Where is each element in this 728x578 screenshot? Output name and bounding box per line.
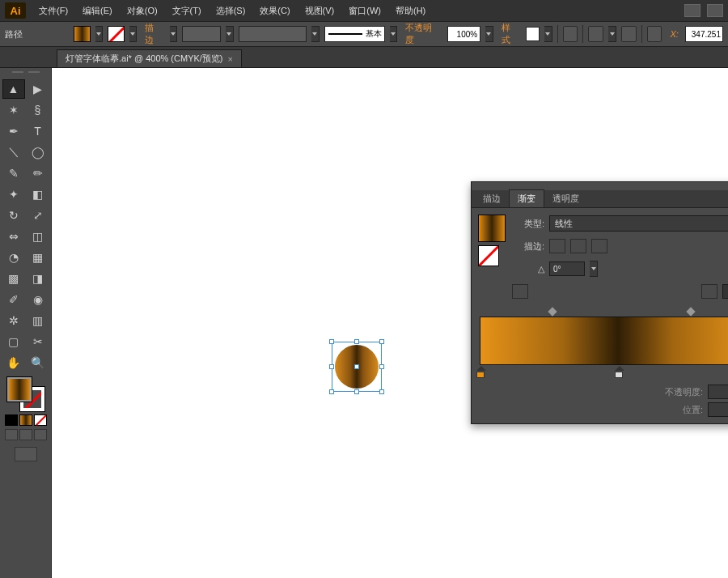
handle-top[interactable] — [354, 339, 359, 344]
none-mode-icon[interactable] — [34, 414, 47, 426]
stroke-weight-caret[interactable] — [170, 26, 177, 42]
var-width-profile[interactable] — [239, 26, 307, 42]
stroke-grad-across-icon[interactable] — [591, 239, 607, 253]
aspect-input[interactable] — [722, 284, 728, 299]
ref-point-icon[interactable] — [647, 26, 662, 42]
handle-bottom-left[interactable] — [329, 389, 334, 394]
menu-effect[interactable]: 效果(C) — [253, 2, 296, 19]
angle-dropdown[interactable] — [590, 261, 598, 277]
menu-select[interactable]: 选择(S) — [210, 2, 252, 19]
align-icon[interactable] — [588, 26, 603, 42]
gradient-type-select[interactable]: 线性 ▾ — [549, 215, 728, 232]
scale-tool[interactable]: ⤢ — [27, 206, 49, 225]
menu-object[interactable]: 对象(O) — [121, 2, 164, 19]
gradient-midpoint[interactable] — [548, 307, 557, 316]
stroke-grad-along-icon[interactable] — [570, 239, 586, 253]
menu-view[interactable]: 视图(V) — [298, 2, 341, 19]
center-point[interactable] — [354, 364, 359, 369]
graphic-style-swatch[interactable] — [526, 27, 540, 41]
draw-behind-icon[interactable] — [19, 429, 32, 440]
pen-tool[interactable]: ✒ — [2, 121, 25, 141]
hand-tool[interactable]: ✋ — [2, 353, 25, 372]
rectangle-tool[interactable]: ◯ — [27, 142, 49, 162]
direct-selection-tool[interactable]: ▶ — [27, 79, 49, 99]
handle-left[interactable] — [329, 364, 334, 369]
free-transform-tool[interactable]: ◫ — [27, 227, 49, 246]
magic-wand-tool[interactable]: ✶ — [2, 100, 25, 120]
arrange-docs-icon[interactable] — [707, 4, 723, 17]
color-mode-icon[interactable] — [5, 414, 18, 426]
blend-tool[interactable]: ◉ — [27, 290, 49, 309]
gradient-panel[interactable]: ◄◄ × 描边 渐变 透明度 类型: — [471, 181, 728, 424]
shape-builder-tool[interactable]: ◔ — [2, 248, 25, 267]
zoom-tool[interactable]: 🔍 — [27, 353, 49, 372]
gradient-stop[interactable] — [476, 367, 486, 378]
stop-opacity-input[interactable] — [708, 385, 728, 399]
opacity-input[interactable]: 100% — [447, 26, 481, 42]
lasso-tool[interactable]: § — [27, 100, 49, 120]
gradient-stroke-preview[interactable] — [478, 245, 499, 266]
document-tab[interactable]: 灯管字体临摹.ai* @ 400% (CMYK/预览) × — [57, 49, 242, 67]
rotate-tool[interactable]: ↻ — [2, 206, 25, 225]
bridge-icon[interactable] — [684, 4, 700, 17]
eyedropper-tool[interactable]: ✐ — [2, 290, 25, 309]
selected-shape[interactable] — [332, 342, 382, 392]
gradient-ramp[interactable] — [480, 317, 728, 365]
opacity-label[interactable]: 不透明度 — [402, 22, 442, 46]
handle-top-right[interactable] — [379, 339, 384, 344]
style-label[interactable]: 样式 — [498, 22, 522, 46]
stroke-weight-dropdown[interactable] — [226, 26, 233, 42]
handle-right[interactable] — [379, 364, 384, 369]
menu-file[interactable]: 文件(F) — [32, 2, 74, 19]
close-tab-icon[interactable]: × — [228, 54, 233, 64]
stroke-weight-input[interactable] — [182, 26, 221, 42]
fill-swatch-dropdown[interactable] — [95, 26, 103, 42]
fill-stroke-indicator[interactable] — [7, 377, 44, 411]
transform-icon[interactable] — [621, 26, 637, 42]
symbol-sprayer-tool[interactable]: ✲ — [2, 311, 25, 330]
gradient-tool[interactable]: ◨ — [27, 269, 49, 288]
paintbrush-tool[interactable]: ✎ — [2, 164, 25, 183]
menu-help[interactable]: 帮助(H) — [389, 2, 432, 19]
draw-normal-icon[interactable] — [5, 429, 18, 440]
gradient-mode-icon[interactable] — [19, 414, 32, 426]
var-width-dropdown[interactable] — [311, 26, 319, 42]
screen-mode-icon[interactable] — [15, 447, 37, 461]
fill-swatch[interactable] — [74, 26, 91, 42]
aspect-ratio-icon[interactable] — [512, 284, 528, 299]
stroke-grad-within-icon[interactable] — [549, 239, 565, 253]
angle-input[interactable]: 0° — [549, 261, 585, 276]
eraser-tool[interactable]: ◧ — [27, 185, 49, 204]
gradient-midpoint-rail[interactable] — [480, 310, 728, 314]
draw-inside-icon[interactable] — [34, 429, 47, 440]
handle-bottom-right[interactable] — [379, 389, 384, 394]
stroke-label[interactable]: 描边 — [142, 22, 165, 46]
type-tool[interactable]: T — [27, 121, 49, 141]
fill-indicator[interactable] — [7, 377, 32, 402]
menu-edit[interactable]: 编辑(E) — [76, 2, 119, 19]
align-dropdown[interactable] — [608, 26, 616, 42]
reverse-gradient-icon[interactable] — [701, 284, 717, 299]
tab-transparency[interactable]: 透明度 — [544, 190, 587, 207]
menu-type[interactable]: 文字(T) — [166, 2, 208, 19]
opacity-dropdown[interactable] — [485, 26, 493, 42]
toolbox-grip[interactable] — [2, 71, 50, 78]
pencil-tool[interactable]: ✏ — [27, 164, 49, 183]
gradient-fill-preview[interactable] — [478, 215, 506, 242]
stop-location-input[interactable] — [708, 402, 728, 417]
brush-dropdown[interactable] — [390, 26, 397, 42]
perspective-tool[interactable]: ▦ — [27, 248, 49, 267]
line-tool[interactable]: ＼ — [2, 142, 25, 162]
gradient-stop[interactable] — [615, 367, 624, 378]
handle-bottom[interactable] — [354, 389, 359, 394]
recolor-icon[interactable] — [563, 26, 578, 42]
canvas[interactable]: ◄◄ × 描边 渐变 透明度 类型: — [52, 68, 728, 578]
slice-tool[interactable]: ✂ — [27, 332, 49, 351]
brush-definition[interactable]: 基本 — [324, 26, 385, 42]
x-coord-input[interactable]: 347.251 — [685, 26, 723, 42]
style-dropdown[interactable] — [544, 26, 552, 42]
menu-window[interactable]: 窗口(W) — [342, 2, 387, 19]
stroke-swatch[interactable] — [108, 26, 125, 42]
selection-tool[interactable]: ▲ — [2, 79, 25, 99]
tab-stroke[interactable]: 描边 — [475, 190, 509, 207]
